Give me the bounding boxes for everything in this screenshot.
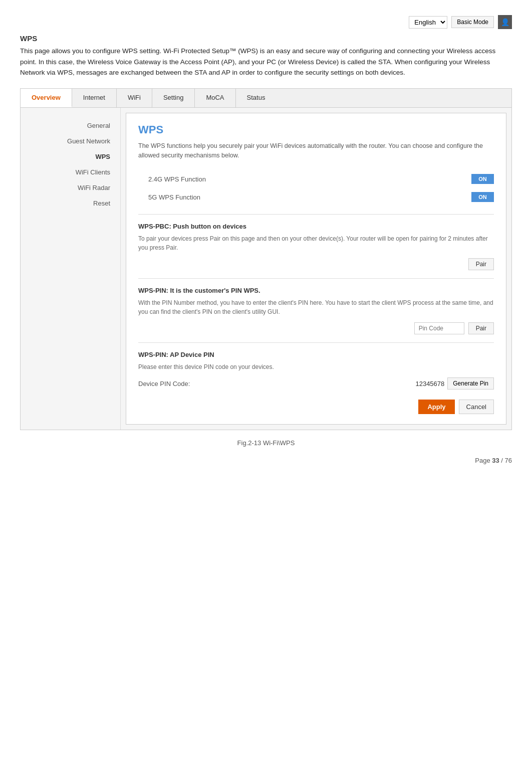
ap-pin-section-header: WPS-PIN: AP Device PIN — [138, 351, 494, 358]
tab-status[interactable]: Status — [236, 89, 277, 107]
pbc-pair-button[interactable]: Pair — [468, 258, 494, 270]
sidebar-item-wps[interactable]: WPS — [21, 149, 120, 164]
sidebar-item-guest-network[interactable]: Guest Network — [21, 133, 120, 149]
ap-pin-device-label: Device PIN Code: — [138, 380, 190, 388]
pbc-action-row: Pair — [138, 258, 494, 270]
wps-2-4g-toggle[interactable]: ON — [471, 174, 494, 184]
tab-moca[interactable]: MoCA — [195, 89, 235, 107]
pin-action-row: Pair — [138, 322, 494, 334]
sidebar-item-general[interactable]: General — [21, 118, 120, 133]
top-bar: English Basic Mode 👤 — [20, 15, 512, 29]
tab-internet[interactable]: Internet — [72, 89, 117, 107]
pbc-section-text: To pair your devices press Pair on this … — [138, 234, 494, 252]
pin-pair-button[interactable]: Pair — [468, 322, 494, 334]
cancel-button[interactable]: Cancel — [459, 400, 494, 414]
wps-5g-label: 5G WPS Function — [148, 194, 200, 201]
content-area: WPS The WPS functions help you securely … — [126, 113, 506, 425]
language-select[interactable]: English — [409, 16, 447, 29]
wps-5g-row: 5G WPS Function ON — [148, 188, 494, 206]
wps-2-4g-row: 2.4G WPS Function ON — [148, 170, 494, 188]
pin-section-text: With the PIN Number method, you have to … — [138, 298, 494, 316]
page-title: WPS — [20, 34, 512, 43]
tab-overview[interactable]: Overview — [21, 89, 72, 107]
apply-button[interactable]: Apply — [418, 400, 454, 414]
ap-pin-value: 12345678 — [415, 380, 444, 388]
sidebar-item-wifi-clients[interactable]: WiFi Clients — [21, 164, 120, 180]
sidebar-item-wifi-radar[interactable]: WiFi Radar — [21, 180, 120, 196]
main-container: General Guest Network WPS WiFi Clients W… — [20, 108, 512, 431]
ap-pin-section-text: Please enter this device PIN code on you… — [138, 362, 494, 371]
divider-3 — [138, 342, 494, 343]
page-description: This page allows you to configure WPS se… — [20, 46, 512, 78]
page-footer: Page 33 / 76 — [20, 457, 512, 464]
wps-description: The WPS functions help you securely pair… — [138, 141, 494, 160]
figure-caption: Fig.2-13 Wi-Fi\WPS — [20, 439, 512, 447]
wps-2-4g-label: 2.4G WPS Function — [148, 175, 206, 183]
wps-5g-toggle[interactable]: ON — [471, 192, 494, 202]
divider-2 — [138, 278, 494, 279]
pin-section-header: WPS-PIN: It is the customer's PIN WPS. — [138, 287, 494, 294]
basic-mode-button[interactable]: Basic Mode — [451, 16, 494, 28]
user-icon-button[interactable]: 👤 — [498, 15, 512, 29]
tab-wifi[interactable]: WiFi — [117, 89, 152, 107]
nav-tabs: Overview Internet WiFi Setting MoCA Stat… — [20, 88, 512, 108]
sidebar: General Guest Network WPS WiFi Clients W… — [21, 108, 121, 430]
footer-text: Page 33 / 76 — [475, 457, 512, 464]
generate-pin-button[interactable]: Generate Pin — [447, 377, 494, 390]
divider-1 — [138, 214, 494, 215]
wps-title: WPS — [138, 123, 494, 136]
ap-pin-row-right: 12345678 Generate Pin — [415, 377, 494, 390]
sidebar-item-reset[interactable]: Reset — [21, 196, 120, 211]
tab-setting[interactable]: Setting — [152, 89, 195, 107]
pbc-section-header: WPS-PBC: Push button on devices — [138, 223, 494, 230]
bottom-actions: Apply Cancel — [138, 400, 494, 414]
pin-code-input[interactable] — [414, 322, 464, 334]
ap-pin-row: Device PIN Code: 12345678 Generate Pin — [138, 377, 494, 390]
user-icon: 👤 — [501, 18, 509, 26]
